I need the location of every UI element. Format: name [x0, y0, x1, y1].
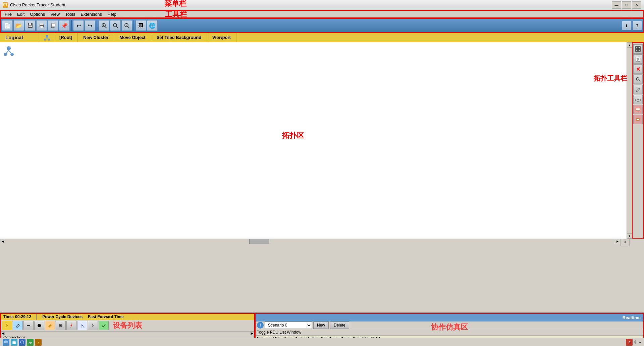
- zoom-tool-button[interactable]: [633, 75, 643, 84]
- network-button[interactable]: 🌐: [147, 20, 158, 31]
- scenario-delete-button[interactable]: Delete: [330, 322, 349, 329]
- help-button[interactable]: ?: [633, 21, 642, 30]
- new-button[interactable]: 📄: [2, 20, 13, 31]
- device-scroll-right[interactable]: ▶: [250, 332, 254, 336]
- time-bar: Time: 00:29:12 Power Cycle Devices Fast …: [1, 314, 254, 320]
- menu-bar: File Edit Options View Tools Extensions …: [0, 10, 644, 18]
- lightning-arrow[interactable]: [77, 321, 87, 330]
- lightning-red[interactable]: [66, 321, 76, 330]
- svg-rect-44: [637, 119, 639, 120]
- horizontal-scrollbar[interactable]: ◀ ▶ ℹ: [0, 239, 632, 244]
- scroll-thumb-h[interactable]: [249, 239, 269, 244]
- scenario-info-icon[interactable]: i: [257, 322, 264, 329]
- workspace-logical-icon[interactable]: [40, 34, 54, 42]
- chinese-text-1: 中: [634, 340, 638, 345]
- menu-edit[interactable]: Edit: [14, 11, 27, 17]
- lightning-plain[interactable]: [88, 321, 98, 330]
- svg-point-70: [30, 343, 31, 344]
- toolbar-annotation: 工具栏: [165, 9, 187, 19]
- svg-point-20: [44, 39, 46, 41]
- zoom-in-button[interactable]: [99, 20, 109, 31]
- device-scroll-track: [5, 332, 250, 335]
- delete-button[interactable]: ✕: [633, 64, 643, 74]
- svg-line-13: [116, 27, 118, 28]
- print-button[interactable]: [36, 20, 47, 31]
- power-cycle-label[interactable]: Power Cycle Devices: [42, 314, 83, 319]
- notes-button[interactable]: [633, 54, 643, 64]
- pdu-toggle-link[interactable]: Toggle PDU List Window: [257, 330, 301, 335]
- colored-pencil[interactable]: [45, 321, 55, 330]
- status-icon-5[interactable]: [35, 339, 42, 346]
- svg-point-22: [7, 46, 11, 50]
- undo-button[interactable]: ↩: [73, 20, 84, 31]
- status-icon-2[interactable]: [11, 339, 17, 346]
- svg-rect-27: [636, 47, 638, 49]
- app-icon: PT: [3, 2, 8, 8]
- status-icon-3[interactable]: [19, 339, 25, 346]
- device-h-scrollbar[interactable]: ◀ ▶: [1, 331, 254, 335]
- paste-button[interactable]: 📌: [59, 20, 70, 31]
- workspace-move-object[interactable]: Move Object: [114, 33, 151, 42]
- workspace-set-tiled-bg[interactable]: Set Tiled Background: [151, 33, 207, 42]
- minimize-button[interactable]: —: [612, 1, 621, 9]
- status-icon-1[interactable]: [3, 339, 9, 346]
- redo-button[interactable]: ↪: [85, 20, 95, 31]
- menubar-annotation: 菜单栏: [164, 0, 186, 9]
- menu-options[interactable]: Options: [27, 11, 48, 17]
- workspace-new-cluster[interactable]: New Cluster: [78, 33, 114, 42]
- vertical-scrollbar[interactable]: ▲ ▼: [627, 42, 632, 239]
- info-buttons: i ?: [622, 21, 642, 30]
- chinese-text-2: ●: [639, 340, 641, 344]
- scroll-down-arrow[interactable]: ▼: [627, 233, 632, 239]
- workspace-logical[interactable]: Logical: [0, 33, 40, 42]
- realtime-label: Realtime: [623, 315, 641, 320]
- topology-area[interactable]: 拓扑区: [0, 42, 627, 239]
- device-1-button[interactable]: [633, 105, 643, 114]
- svg-rect-38: [636, 97, 640, 102]
- workspace-viewport[interactable]: Viewport: [207, 33, 236, 42]
- asterisk-tool[interactable]: [56, 321, 66, 330]
- menu-view[interactable]: View: [48, 11, 62, 17]
- draw-button[interactable]: [633, 85, 643, 94]
- snapshot-button[interactable]: 🖼: [136, 20, 146, 31]
- circle-tool[interactable]: [34, 321, 44, 330]
- info-button[interactable]: i: [622, 21, 631, 30]
- save-button[interactable]: [25, 20, 36, 31]
- scenario-new-button[interactable]: New: [313, 322, 329, 329]
- open-button[interactable]: 📂: [13, 20, 24, 31]
- menu-tools[interactable]: Tools: [62, 11, 78, 17]
- fast-forward-label[interactable]: Fast Forward Time: [88, 314, 123, 319]
- close-button[interactable]: ✕: [632, 1, 641, 9]
- scroll-track-h: [5, 239, 615, 244]
- pencil-tool[interactable]: [13, 321, 23, 330]
- select-tool-button[interactable]: [633, 44, 643, 54]
- resize-button[interactable]: [633, 95, 643, 104]
- logical-workspace-icon: [3, 45, 15, 58]
- svg-point-21: [48, 39, 50, 41]
- bottom-right-area: S 中 ●: [626, 339, 641, 346]
- menu-file[interactable]: File: [2, 11, 14, 17]
- scroll-right-arrow[interactable]: ▶: [615, 239, 620, 244]
- svg-point-25: [4, 53, 7, 56]
- device-2-button[interactable]: [633, 115, 643, 124]
- fire-button[interactable]: [2, 321, 12, 330]
- zoom-out-button[interactable]: [121, 20, 132, 31]
- svg-rect-4: [40, 23, 43, 25]
- line-tool[interactable]: [23, 321, 34, 330]
- device-scroll-left[interactable]: ◀: [1, 332, 5, 336]
- simulation-header: Realtime: [256, 314, 643, 322]
- copy-button[interactable]: [48, 20, 58, 31]
- menu-extensions[interactable]: Extensions: [78, 11, 105, 17]
- menu-help[interactable]: Help: [105, 11, 119, 17]
- maximize-button[interactable]: □: [622, 1, 631, 9]
- scenario-select[interactable]: Scenario 0: [265, 322, 312, 329]
- title-left: PT Cisco Packet Tracer Student: [3, 2, 65, 8]
- svg-point-17: [46, 35, 48, 38]
- check-tool[interactable]: [99, 321, 109, 330]
- scroll-up-arrow[interactable]: ▲: [627, 42, 632, 48]
- svg-rect-5: [40, 26, 43, 28]
- status-icon-4[interactable]: [27, 339, 34, 346]
- scroll-left-arrow[interactable]: ◀: [0, 239, 5, 244]
- zoom-button[interactable]: [110, 20, 121, 31]
- workspace-root[interactable]: [Root]: [54, 33, 78, 42]
